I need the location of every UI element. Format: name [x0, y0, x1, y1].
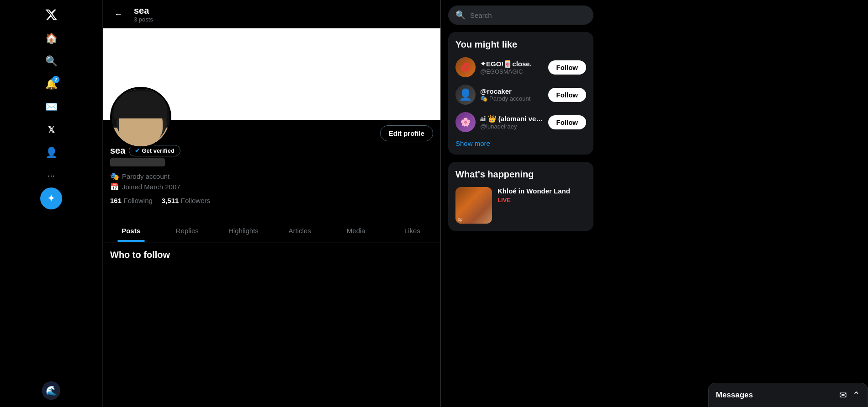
happening-image-1: Sp [455, 187, 492, 224]
who-to-follow-title: Who to follow [110, 250, 433, 260]
recommended-account-3: 🌸 ai 👑 (alomani version) @lunadelraey Fo… [455, 112, 586, 132]
follow-button-2[interactable]: Follow [548, 88, 587, 102]
rec-avatar-1: 💋 [455, 57, 476, 77]
live-badge: LIVE [498, 197, 511, 204]
followers-stat[interactable]: 3,511 Followers [162, 197, 210, 205]
followers-label-text: Followers [181, 197, 210, 204]
collapse-messages-button[interactable]: ⌃ [852, 390, 860, 401]
profile-stats: 161 Following 3,511 Followers [110, 197, 433, 205]
edit-profile-button[interactable]: Edit profile [380, 125, 433, 141]
header-username: sea [134, 5, 153, 16]
sidebar: 🏠 🔍 🔔 2 ✉️ 𝕏 👤 ⋯ ✦ 🌊 [0, 0, 103, 407]
tab-media[interactable]: Media [328, 220, 384, 242]
parody-icon: 🎭 [110, 172, 119, 181]
sidebar-item-notifications[interactable]: 🔔 2 [40, 73, 62, 95]
profile-display-name: sea [110, 145, 125, 156]
header-info: sea 3 posts [134, 5, 153, 23]
followers-count: 3,511 [162, 197, 179, 204]
recommended-account-2: 👤 @rocaker 🎭 Parody account Follow [455, 85, 586, 105]
profile-tabs: Posts Replies Highlights Articles Media … [103, 220, 440, 242]
happening-item-1[interactable]: Sp Khloé in Wonder Land LIVE [455, 187, 586, 224]
following-stat[interactable]: 161 Following [110, 197, 153, 205]
whats-happening-title: What's happening [455, 169, 586, 180]
tab-likes[interactable]: Likes [384, 220, 440, 242]
you-might-like-card: You might like 💋 ✦EGO!🀄close. @EGOSMAGIC… [448, 32, 593, 155]
rec-handle-1: @EGOSMAGIC [480, 68, 544, 75]
get-verified-label: Get verified [142, 147, 175, 154]
following-count: 161 [110, 197, 122, 204]
profile-meta: 🎭 Parody account 📅 Joined March 2007 [110, 172, 433, 191]
messages-bar: Messages ✉ ⌃ [708, 383, 868, 407]
parody-meta-item: 🎭 Parody account [110, 172, 433, 181]
follow-button-1[interactable]: Follow [548, 60, 587, 75]
search-placeholder: Search [470, 11, 492, 19]
happening-status-1: LIVE [498, 197, 586, 204]
rec-handle-3: @lunadelraey [480, 123, 544, 130]
sidebar-item-explore[interactable]: 🔍 [40, 50, 62, 72]
joined-label: Joined March 2007 [122, 183, 180, 191]
profile-section: Edit profile sea ✔ Get verified 🎭 Parody… [103, 120, 440, 220]
header-posts-count: 3 posts [134, 16, 153, 23]
happening-title-1: Khloé in Wonder Land [498, 187, 586, 195]
profile-name-row: sea ✔ Get verified [110, 145, 433, 156]
whats-happening-card: What's happening Sp Khloé in Wonder Land… [448, 162, 593, 231]
sidebar-item-home[interactable]: 🏠 [40, 27, 62, 49]
rec-name-3: ai 👑 (alomani version) [480, 115, 544, 123]
show-more-link[interactable]: Show more [455, 139, 586, 147]
rec-info-2: @rocaker 🎭 Parody account [480, 87, 544, 102]
following-label-text: Following [123, 197, 152, 204]
rec-avatar-3: 🌸 [455, 112, 476, 132]
chevron-up-icon: ⌃ [852, 390, 860, 401]
avatar-image [112, 89, 169, 146]
rec-sub-2: 🎭 Parody account [480, 95, 544, 102]
recommended-account-1: 💋 ✦EGO!🀄close. @EGOSMAGIC Follow [455, 57, 586, 77]
parody-sub-icon: 🎭 [480, 95, 487, 102]
rec-name-2: @rocaker [480, 87, 544, 95]
messages-actions: ✉ ⌃ [839, 390, 860, 401]
sidebar-item-xpremium[interactable]: 𝕏 [40, 119, 62, 141]
back-button[interactable]: ← [110, 6, 127, 22]
right-sidebar: 🔍 Search You might like 💋 ✦EGO!🀄close. @… [441, 0, 601, 407]
calendar-icon: 📅 [110, 182, 119, 191]
tab-posts[interactable]: Posts [103, 220, 159, 242]
tab-highlights[interactable]: Highlights [215, 220, 271, 242]
profile-handle [110, 158, 165, 166]
search-icon: 🔍 [455, 10, 466, 20]
sidebar-item-messages[interactable]: ✉️ [40, 96, 62, 118]
rec-avatar-2: 👤 [455, 85, 476, 105]
rec-name-1: ✦EGO!🀄close. [480, 60, 544, 68]
profile-avatar[interactable] [110, 87, 171, 148]
rec-info-1: ✦EGO!🀄close. @EGOSMAGIC [480, 60, 544, 75]
search-box[interactable]: 🔍 Search [448, 5, 593, 25]
sidebar-avatar[interactable]: 🌊 [42, 381, 60, 400]
tab-articles[interactable]: Articles [272, 220, 328, 242]
you-might-like-title: You might like [455, 39, 586, 50]
rec-info-3: ai 👑 (alomani version) @lunadelraey [480, 115, 544, 130]
happening-info-1: Khloé in Wonder Land LIVE [498, 187, 586, 204]
sidebar-item-profile[interactable]: 👤 [40, 142, 62, 164]
joined-meta-item: 📅 Joined March 2007 [110, 182, 433, 191]
profile-header-bar: ← sea 3 posts [103, 0, 440, 28]
create-post-button[interactable]: ✦ [40, 187, 62, 209]
parody-label: Parody account [122, 172, 169, 180]
verified-icon: ✔ [135, 147, 140, 154]
main-content: ← sea 3 posts Edit profile sea [103, 0, 441, 407]
x-logo[interactable] [40, 4, 62, 26]
compose-icon: ✉ [839, 390, 847, 401]
follow-button-3[interactable]: Follow [548, 115, 587, 129]
notification-badge: 2 [52, 76, 59, 83]
messages-title: Messages [716, 391, 753, 400]
sidebar-item-more[interactable]: ⋯ [40, 165, 62, 187]
compose-message-button[interactable]: ✉ [839, 390, 847, 401]
who-to-follow-section: Who to follow [103, 242, 440, 273]
sidebar-navigation: 🏠 🔍 🔔 2 ✉️ 𝕏 👤 ⋯ ✦ [0, 27, 102, 213]
tab-replies[interactable]: Replies [159, 220, 215, 242]
